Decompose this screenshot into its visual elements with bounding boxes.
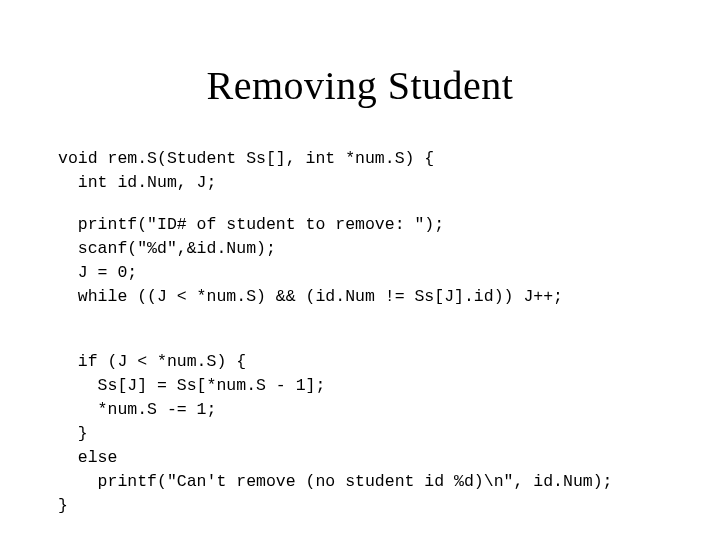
code-line: scanf("%d",&id.Num); <box>58 239 276 258</box>
slide: Removing Student void rem.S(Student Ss[]… <box>0 62 720 540</box>
code-line: Ss[J] = Ss[*num.S - 1]; <box>58 376 325 395</box>
code-line: *num.S -= 1; <box>58 400 216 419</box>
code-line: printf("ID# of student to remove: "); <box>58 215 444 234</box>
code-group: if (J < *num.S) { Ss[J] = Ss[*num.S - 1]… <box>58 350 720 517</box>
slide-title: Removing Student <box>0 62 720 109</box>
code-block: void rem.S(Student Ss[], int *num.S) { i… <box>58 147 720 518</box>
code-line: J = 0; <box>58 263 137 282</box>
code-line: else <box>58 448 117 467</box>
code-line: while ((J < *num.S) && (id.Num != Ss[J].… <box>58 287 563 306</box>
code-line: } <box>58 424 88 443</box>
code-group: printf("ID# of student to remove: "); sc… <box>58 213 720 309</box>
code-line: printf("Can't remove (no student id %d)\… <box>58 472 613 491</box>
code-line: int id.Num, J; <box>58 173 216 192</box>
code-line: if (J < *num.S) { <box>58 352 246 371</box>
code-line: void rem.S(Student Ss[], int *num.S) { <box>58 149 434 168</box>
code-line: } <box>58 496 68 515</box>
